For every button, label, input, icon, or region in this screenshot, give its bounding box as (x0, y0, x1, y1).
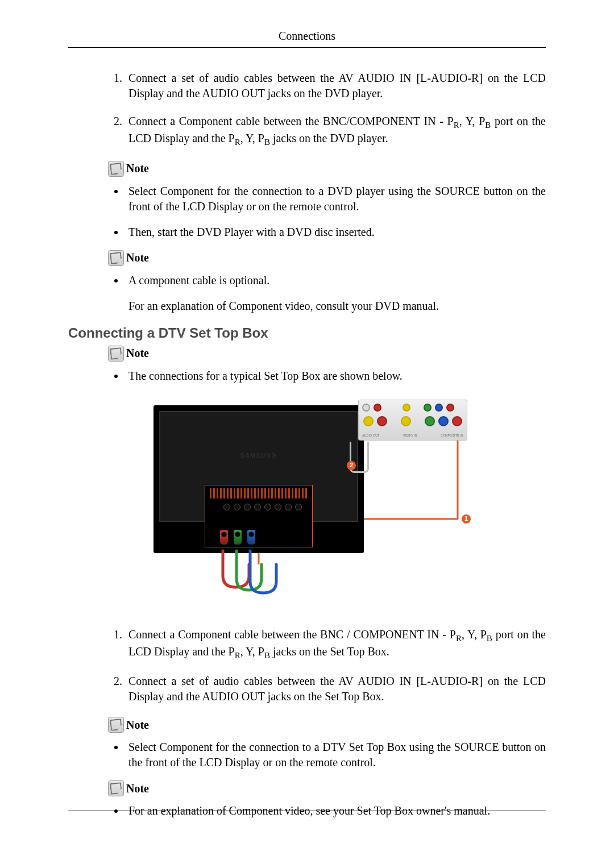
note-block: Note (108, 346, 546, 362)
note-bullets: A component cable is optional. (108, 273, 546, 288)
list-item: Connect a Component cable between the BN… (125, 114, 546, 148)
note-label: Note (126, 250, 149, 265)
note-block: Note (108, 780, 546, 796)
note-bullets: Select Component for the connection to a… (108, 740, 546, 770)
note-block: Note (108, 161, 546, 177)
note-icon (108, 346, 124, 362)
note-bullets: The connections for a typical Set Top Bo… (108, 368, 546, 384)
note-icon (108, 161, 124, 177)
note-block: Note (108, 717, 546, 733)
diagram-badge-1: 1 (462, 514, 471, 524)
page: Connections Connect a set of audio cable… (0, 0, 614, 868)
note-label: Note (126, 781, 149, 796)
note-label: Note (126, 346, 149, 361)
dvd-steps-list: Connect a set of audio cables between th… (108, 70, 546, 148)
note-icon (108, 250, 124, 266)
note-bullets: Select Component for the connection to a… (108, 184, 546, 240)
stb-steps-list: Connect a Component cable between the BN… (108, 627, 546, 705)
section-heading-dtv: Connecting a DTV Set Top Box (68, 324, 546, 342)
note-icon (108, 780, 124, 796)
paragraph: For an explanation of Component video, c… (128, 298, 546, 314)
list-item: Select Component for the connection to a… (125, 184, 546, 214)
footer-rule (68, 811, 546, 811)
note-label: Note (126, 717, 149, 733)
list-item: The connections for a typical Set Top Bo… (125, 368, 546, 384)
list-item: A component cable is optional. (125, 273, 546, 288)
page-header-title: Connections (68, 28, 546, 47)
list-item: Then, start the DVD Player with a DVD di… (125, 225, 546, 240)
content-area: Connect a set of audio cables between th… (108, 70, 546, 819)
note-icon (108, 717, 124, 733)
list-item: Connect a set of audio cables between th… (125, 70, 546, 101)
list-item: Connect a Component cable between the BN… (125, 627, 546, 662)
header-rule (68, 47, 546, 48)
connection-diagram: SAMSUNG (108, 394, 546, 610)
note-label: Note (126, 161, 149, 176)
list-item: Connect a set of audio cables between th… (125, 674, 546, 704)
diagram-badge-2: 2 (347, 461, 356, 470)
note-block: Note (108, 250, 546, 266)
list-item: Select Component for the connection to a… (125, 740, 546, 770)
